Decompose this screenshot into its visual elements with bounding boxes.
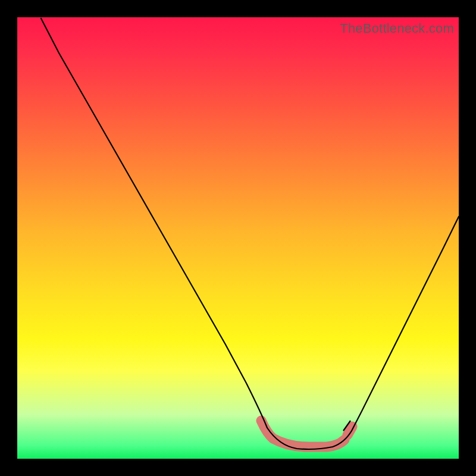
chart-svg [17, 17, 459, 459]
highlight-band [261, 421, 352, 447]
plot-area: TheBottleneck.com [17, 17, 459, 459]
bottleneck-curve [41, 18, 459, 449]
